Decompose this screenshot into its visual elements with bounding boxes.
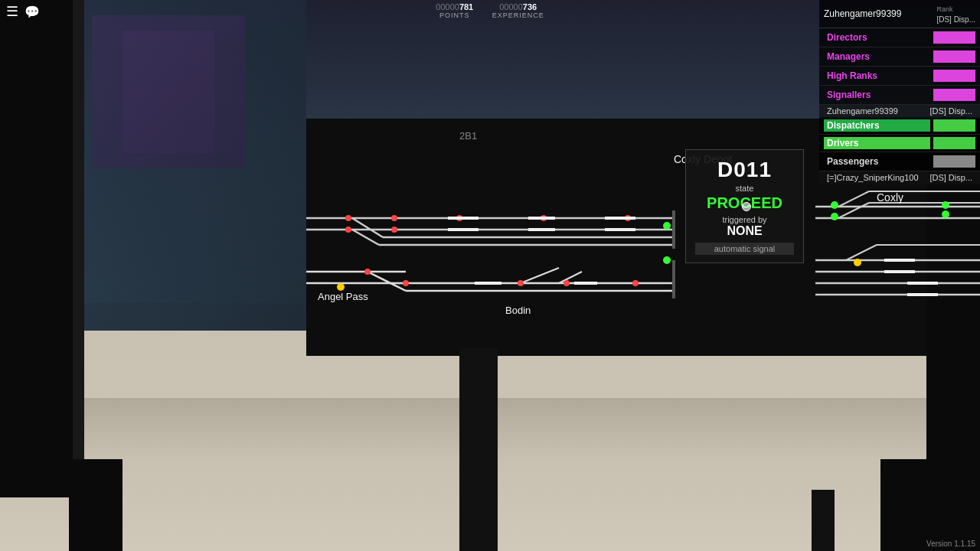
- bodin-label: Bodin: [505, 305, 531, 316]
- signal-state-label: state: [695, 184, 794, 193]
- menu-icon[interactable]: ☰: [6, 3, 18, 20]
- right-panel: Zuhengamer99399 Rank [DS] Disp... Direct…: [819, 0, 980, 184]
- drivers-label: Drivers: [824, 137, 930, 149]
- exp-stat: 00000736 EXPERIENCE: [492, 2, 544, 19]
- high-ranks-label: High Ranks: [824, 69, 930, 83]
- user-crazy-sniper-rank: [DS] Disp...: [929, 173, 972, 182]
- track-id-label: 2B1: [459, 130, 477, 142]
- category-passengers: Passengers: [819, 152, 980, 171]
- player-username: Zuhengamer99399: [824, 8, 901, 19]
- player-header: Zuhengamer99399 Rank [DS] Disp...: [819, 0, 980, 28]
- drivers-bar: [933, 137, 975, 149]
- passengers-label: Passengers: [824, 155, 930, 168]
- version-label: Version 1.1.15: [926, 540, 975, 548]
- category-managers: Managers: [819, 47, 980, 67]
- signal-state-value: PROCEED: [695, 194, 794, 212]
- points-stat: 00000781 POINTS: [436, 2, 473, 19]
- user-zuhengamer-rank: [DS] Disp...: [929, 106, 972, 116]
- directors-label: Directors: [824, 31, 930, 44]
- user-crazy-sniper-name: [=]Crazy_SniperKing100: [827, 173, 919, 182]
- category-drivers: Drivers: [819, 135, 980, 152]
- coxly-label: Coxly: [877, 191, 903, 204]
- chat-icon[interactable]: 💬: [24, 5, 40, 19]
- signallers-label: Signallers: [824, 88, 930, 102]
- signal-id: D011: [695, 158, 794, 182]
- user-row-zuhengamer: Zuhengamer99399 [DS] Disp...: [819, 105, 980, 117]
- signal-triggered-label: triggered by: [695, 215, 794, 224]
- user-zuhengamer-name: Zuhengamer99399: [827, 106, 898, 116]
- dispatchers-bar: [933, 119, 975, 132]
- category-directors: Directors: [819, 28, 980, 47]
- category-high-ranks: High Ranks: [819, 67, 980, 86]
- dispatchers-label: Dispatchers: [824, 119, 930, 132]
- hud-center-stats: 00000781 POINTS 00000736 EXPERIENCE: [428, 2, 551, 21]
- category-dispatchers: Dispatchers: [819, 117, 980, 135]
- managers-bar: [933, 51, 975, 63]
- managers-label: Managers: [824, 50, 930, 64]
- category-signallers: Signallers: [819, 86, 980, 105]
- user-row-crazy-sniper: [=]Crazy_SniperKing100 [DS] Disp...: [819, 171, 980, 184]
- signal-info-box: D011 state PROCEED triggered by NONE aut…: [685, 149, 804, 263]
- high-ranks-bar: [933, 70, 975, 82]
- angel-pass-label: Angel Pass: [318, 291, 368, 302]
- signallers-bar: [933, 89, 975, 101]
- player-rank: [DS] Disp...: [936, 15, 975, 24]
- signal-triggered-value: NONE: [695, 224, 794, 238]
- passengers-bar: [933, 155, 975, 168]
- directors-bar: [933, 31, 975, 44]
- rank-label: Rank: [936, 5, 952, 13]
- signal-auto-label: automatic signal: [695, 243, 794, 255]
